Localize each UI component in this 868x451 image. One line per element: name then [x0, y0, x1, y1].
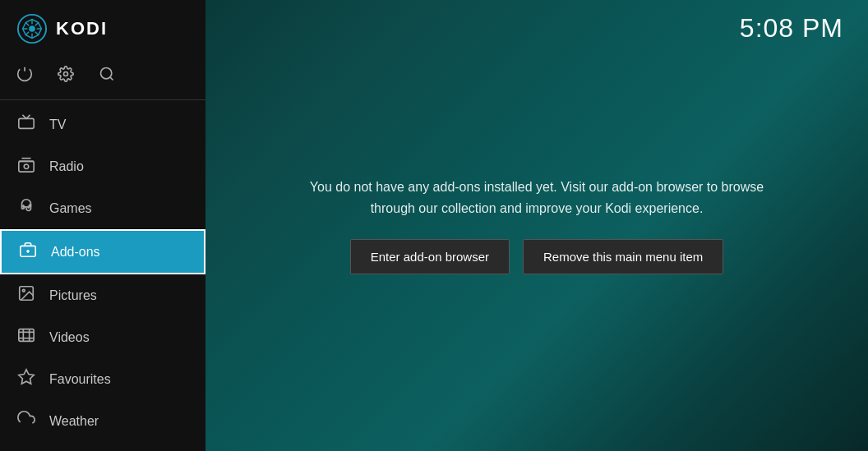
- sidebar-item-pictures[interactable]: Pictures: [0, 274, 205, 316]
- svg-point-21: [28, 206, 30, 208]
- sidebar-divider: [0, 99, 205, 100]
- svg-line-10: [25, 32, 29, 35]
- svg-line-9: [35, 22, 39, 25]
- time-display: 5:08 PM: [740, 13, 843, 44]
- power-icon[interactable]: [16, 66, 33, 86]
- svg-point-11: [64, 72, 68, 76]
- addons-icon: [18, 241, 38, 263]
- radio-icon: [16, 155, 36, 177]
- favourites-icon: [16, 368, 36, 390]
- svg-point-16: [24, 164, 29, 169]
- search-icon[interactable]: [99, 66, 115, 86]
- videos-icon: [16, 326, 36, 348]
- enter-addon-browser-button[interactable]: Enter add-on browser: [350, 239, 510, 274]
- svg-marker-32: [19, 370, 34, 384]
- sidebar-header: KODI: [0, 0, 205, 58]
- svg-rect-14: [19, 118, 34, 128]
- main-message: You do not have any add-ons installed ye…: [290, 177, 783, 219]
- games-icon: [16, 197, 36, 219]
- sidebar-item-addons-label: Add-ons: [51, 245, 100, 260]
- tv-icon: [16, 113, 36, 136]
- sidebar-item-weather-label: Weather: [49, 414, 99, 429]
- sidebar-nav: TV Radio: [0, 104, 205, 451]
- svg-line-13: [110, 77, 113, 81]
- main-content: 5:08 PM You do not have any add-ons inst…: [205, 0, 868, 451]
- sidebar-item-pictures-label: Pictures: [49, 288, 97, 303]
- pictures-icon: [16, 284, 36, 306]
- weather-icon: [16, 410, 36, 432]
- sidebar-item-videos[interactable]: Videos: [0, 316, 205, 358]
- sidebar-item-weather[interactable]: Weather: [0, 400, 205, 442]
- main-buttons: Enter add-on browser Remove this main me…: [350, 239, 724, 274]
- sidebar-item-addons[interactable]: Add-ons: [0, 229, 205, 274]
- sidebar-top-icons: [0, 58, 205, 99]
- svg-line-8: [35, 32, 39, 35]
- sidebar-item-radio-label: Radio: [49, 159, 84, 174]
- app-title: KODI: [56, 18, 108, 39]
- svg-point-2: [29, 25, 35, 32]
- sidebar-item-games-label: Games: [49, 201, 92, 216]
- kodi-logo-icon: [16, 13, 48, 44]
- svg-line-7: [25, 22, 29, 25]
- sidebar: KODI: [0, 0, 205, 451]
- sidebar-item-radio[interactable]: Radio: [0, 145, 205, 187]
- sidebar-item-favourites[interactable]: Favourites: [0, 358, 205, 400]
- remove-menu-item-button[interactable]: Remove this main menu item: [523, 239, 723, 274]
- svg-rect-15: [19, 161, 34, 172]
- svg-point-12: [101, 68, 112, 79]
- sidebar-item-favourites-label: Favourites: [49, 372, 111, 387]
- sidebar-item-videos-label: Videos: [49, 330, 90, 345]
- svg-point-26: [22, 289, 25, 292]
- svg-rect-27: [19, 329, 34, 342]
- sidebar-item-tv[interactable]: TV: [0, 104, 205, 145]
- sidebar-item-tv-label: TV: [49, 117, 66, 132]
- sidebar-item-games[interactable]: Games: [0, 187, 205, 229]
- settings-icon[interactable]: [58, 66, 74, 86]
